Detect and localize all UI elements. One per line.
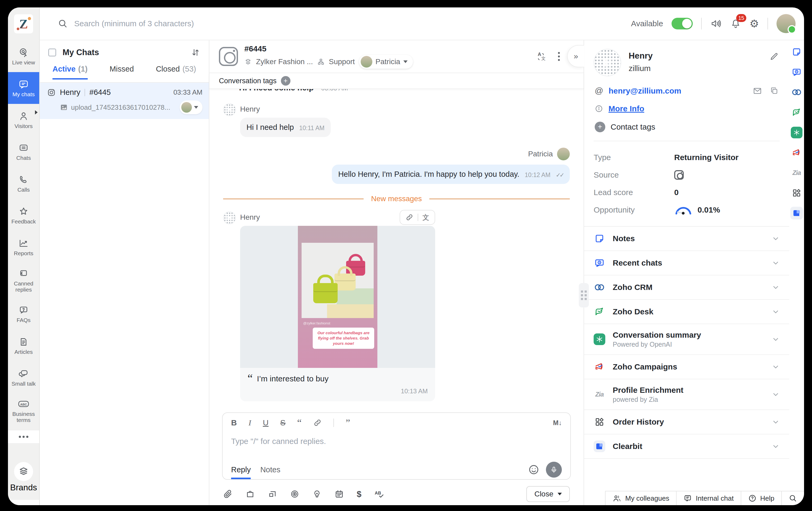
translate-icon[interactable]: A文: [536, 51, 547, 62]
zoho-crm-shortcut-icon[interactable]: [790, 86, 803, 98]
underline-button[interactable]: U: [263, 418, 269, 427]
assigned-agent-dropdown[interactable]: [180, 101, 202, 114]
left-nav-rail: Z Live view My chats Visitors Chats Call…: [8, 7, 40, 505]
openai-shortcut-icon[interactable]: [790, 126, 803, 139]
insert-link-button[interactable]: [313, 419, 322, 427]
clearbit-shortcut-icon[interactable]: [790, 207, 803, 220]
more-info-link[interactable]: More Info: [608, 104, 644, 113]
faq-icon: [18, 305, 29, 315]
link-icon[interactable]: [405, 214, 413, 221]
brand-logo[interactable]: Z: [8, 7, 39, 40]
brand-name[interactable]: Zylker Fashion ...: [256, 58, 313, 66]
notifications-button[interactable]: 15: [730, 18, 741, 29]
tab-reply[interactable]: Reply: [231, 460, 251, 479]
agent-selector[interactable]: Patricia: [359, 55, 413, 69]
star-icon: [18, 206, 29, 217]
order-history-shortcut-icon[interactable]: [790, 187, 803, 199]
attachment-icon[interactable]: [223, 489, 233, 499]
markdown-icon[interactable]: M↓: [553, 419, 562, 427]
sound-icon[interactable]: [710, 18, 722, 29]
select-all-checkbox[interactable]: [48, 49, 56, 56]
composer-action-bar: $ AB Close: [209, 483, 584, 505]
zoho-campaigns-shortcut-icon[interactable]: [790, 146, 803, 159]
edit-contact-icon[interactable]: [770, 52, 779, 61]
search-input[interactable]: [74, 19, 625, 28]
section-notes[interactable]: Notes: [584, 227, 789, 251]
svg-text:ABC: ABC: [20, 403, 27, 406]
screen-share-icon[interactable]: [268, 489, 277, 499]
strikethrough-button[interactable]: S: [280, 418, 285, 427]
settings-gear-icon[interactable]: ⚙: [750, 18, 759, 29]
sidebar-item-live-view[interactable]: Live view: [8, 40, 39, 72]
translate-message-icon[interactable]: 文: [423, 213, 429, 222]
zoho-desk-shortcut-icon[interactable]: [790, 106, 803, 119]
zobot-icon[interactable]: [290, 489, 299, 499]
sidebar-more-button[interactable]: [8, 430, 39, 443]
copy-icon[interactable]: [770, 86, 779, 96]
my-colleagues-button[interactable]: My colleagues: [605, 491, 676, 505]
chat-id: #6445: [89, 88, 111, 97]
sidebar-item-feedback[interactable]: Feedback: [8, 199, 39, 231]
send-email-icon[interactable]: [753, 86, 762, 96]
instagram-story-message[interactable]: @zylker.fashionst Our colourful handbags…: [240, 226, 435, 401]
kebab-menu-icon[interactable]: [558, 51, 560, 62]
sidebar-item-articles[interactable]: Articles: [8, 330, 39, 362]
contact-email[interactable]: henry@zillium.com: [608, 86, 681, 95]
internal-chat-button[interactable]: Internal chat: [676, 491, 741, 505]
smart-suggest-icon[interactable]: [312, 489, 322, 499]
section-zoho-crm[interactable]: Zoho CRM: [584, 275, 789, 300]
zoho-crm-icon: [593, 282, 605, 293]
close-chat-button[interactable]: Close: [526, 486, 570, 502]
voice-message-button[interactable]: [546, 462, 562, 478]
availability-toggle[interactable]: [671, 18, 693, 29]
section-recent-chats[interactable]: Recent chats: [584, 251, 789, 275]
status-search-button[interactable]: [781, 491, 804, 505]
sidebar-item-visitors[interactable]: Visitors: [8, 104, 39, 136]
tab-missed[interactable]: Missed: [110, 65, 134, 78]
quote-open-button[interactable]: “: [297, 420, 301, 425]
section-zoho-desk[interactable]: Zoho Desk: [584, 300, 789, 324]
section-profile-enrichment[interactable]: Zia Profile Enrichment powered by Zia: [584, 379, 789, 410]
message-input[interactable]: Type "/" for canned replies.: [223, 429, 570, 460]
sidebar-item-business-terms[interactable]: ABC Business terms: [8, 393, 39, 428]
conversation-tags-bar: Conversation tags +: [209, 73, 584, 89]
add-tag-button[interactable]: +: [281, 76, 290, 86]
emoji-icon[interactable]: [528, 464, 540, 476]
section-conversation-summary[interactable]: Conversation summary Powered by OpenAI: [584, 324, 789, 355]
sidebar-item-faqs[interactable]: FAQs: [8, 298, 39, 330]
top-bar: Available 15 ⚙: [40, 7, 804, 40]
section-clearbit[interactable]: Clearbit: [584, 434, 789, 459]
recent-chats-shortcut-icon[interactable]: [790, 66, 803, 79]
quote-close-button[interactable]: ”: [346, 420, 350, 425]
product-catalog-icon[interactable]: [245, 489, 255, 499]
sidebar-item-small-talk[interactable]: Small talk: [8, 362, 39, 393]
add-contact-tag-button[interactable]: +: [595, 122, 605, 132]
italic-button[interactable]: I: [249, 418, 251, 427]
section-order-history[interactable]: Order History: [584, 410, 789, 434]
sidebar-item-my-chats[interactable]: My chats: [8, 72, 39, 104]
spellcheck-icon[interactable]: AB: [374, 489, 385, 499]
tab-notes[interactable]: Notes: [260, 460, 280, 479]
panel-resize-handle[interactable]: [579, 283, 589, 308]
zia-shortcut-icon[interactable]: Zia: [790, 166, 803, 179]
tab-active[interactable]: Active(1): [53, 65, 88, 80]
payment-icon[interactable]: $: [357, 489, 361, 499]
sidebar-item-chats[interactable]: Chats: [8, 136, 39, 168]
help-button[interactable]: Help: [741, 491, 781, 505]
department-name[interactable]: Support: [329, 58, 355, 66]
section-zoho-campaigns[interactable]: Zoho Campaigns: [584, 355, 789, 379]
collapse-panel-button[interactable]: »: [567, 45, 584, 67]
tab-closed[interactable]: Closed(53): [156, 65, 196, 78]
sidebar-item-canned-replies[interactable]: Canned replies: [8, 263, 39, 298]
sidebar-item-calls[interactable]: Calls: [8, 168, 39, 199]
bold-button[interactable]: B: [231, 418, 237, 427]
chat-list-item[interactable]: Henry #6445 03:33 AM upload_174523163617…: [40, 83, 209, 119]
sidebar-item-brands[interactable]: Brands: [8, 462, 39, 492]
schedule-icon[interactable]: [335, 489, 344, 499]
notes-shortcut-icon[interactable]: [790, 46, 803, 58]
sort-icon[interactable]: [190, 48, 200, 58]
sidebar-item-reports[interactable]: Reports: [8, 231, 39, 263]
agent-avatar[interactable]: [777, 14, 795, 33]
global-search[interactable]: [58, 19, 625, 29]
help-icon: [748, 494, 757, 503]
